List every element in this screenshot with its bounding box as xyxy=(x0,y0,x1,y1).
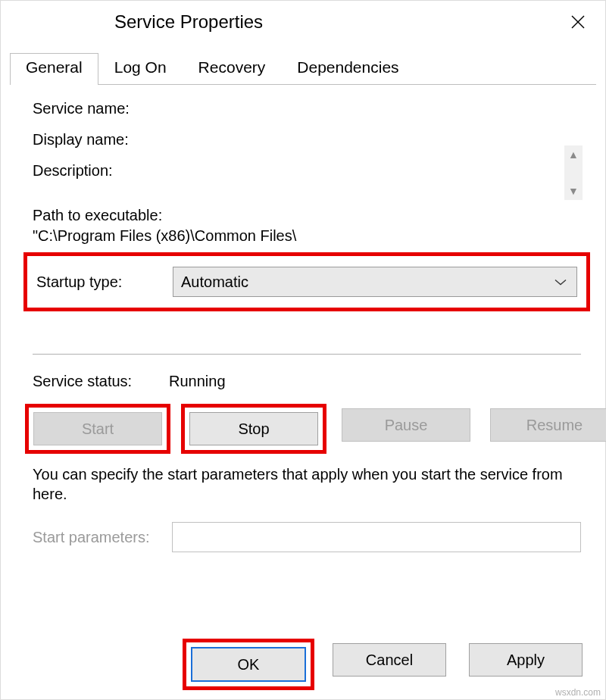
stop-button[interactable]: Stop xyxy=(189,412,318,445)
display-name-label: Display name: xyxy=(33,131,169,148)
tab-recovery[interactable]: Recovery xyxy=(183,53,282,85)
titlebar: Service Properties xyxy=(1,1,605,43)
service-name-label: Service name: xyxy=(33,100,169,117)
service-properties-dialog: Service Properties General Log On Recove… xyxy=(0,0,606,700)
tab-content-general: Service name: Display name: Description:… xyxy=(1,85,605,552)
ok-button[interactable]: OK xyxy=(191,647,306,682)
startup-type-select[interactable]: Automatic xyxy=(173,267,577,297)
tab-strip: General Log On Recovery Dependencies xyxy=(10,52,596,85)
service-control-buttons: Start Stop Pause Resume xyxy=(25,404,589,454)
start-button: Start xyxy=(33,412,162,445)
service-status-label: Service status: xyxy=(33,373,169,390)
tab-dependencies[interactable]: Dependencies xyxy=(281,53,414,85)
tab-general[interactable]: General xyxy=(10,53,98,85)
chevron-down-icon xyxy=(554,273,567,291)
watermark: wsxdn.com xyxy=(555,687,601,698)
path-label: Path to executable: xyxy=(33,207,581,224)
separator xyxy=(33,354,581,355)
start-parameters-hint: You can specify the start parameters tha… xyxy=(33,464,581,504)
pause-button: Pause xyxy=(342,408,470,442)
path-value: "C:\Program Files (x86)\Common Files\ xyxy=(33,227,581,245)
startup-type-row: Startup type: Automatic xyxy=(23,252,590,311)
scroll-down-icon[interactable]: ▼ xyxy=(568,182,579,200)
description-label: Description: xyxy=(33,162,169,180)
close-icon[interactable] xyxy=(564,8,592,36)
apply-button[interactable]: Apply xyxy=(469,643,583,677)
resume-button: Resume xyxy=(490,408,606,442)
description-scrollbar[interactable]: ▲ ▼ xyxy=(564,145,583,200)
start-parameters-label: Start parameters: xyxy=(33,529,172,546)
tab-logon[interactable]: Log On xyxy=(98,53,183,85)
cancel-button[interactable]: Cancel xyxy=(333,643,446,677)
scroll-up-icon[interactable]: ▲ xyxy=(568,145,579,164)
start-parameters-input xyxy=(172,522,581,552)
startup-type-label: Startup type: xyxy=(36,273,173,291)
dialog-footer: OK Cancel Apply xyxy=(1,639,605,690)
service-status-value: Running xyxy=(169,373,226,390)
window-title: Service Properties xyxy=(114,11,263,33)
startup-type-value: Automatic xyxy=(181,273,248,291)
